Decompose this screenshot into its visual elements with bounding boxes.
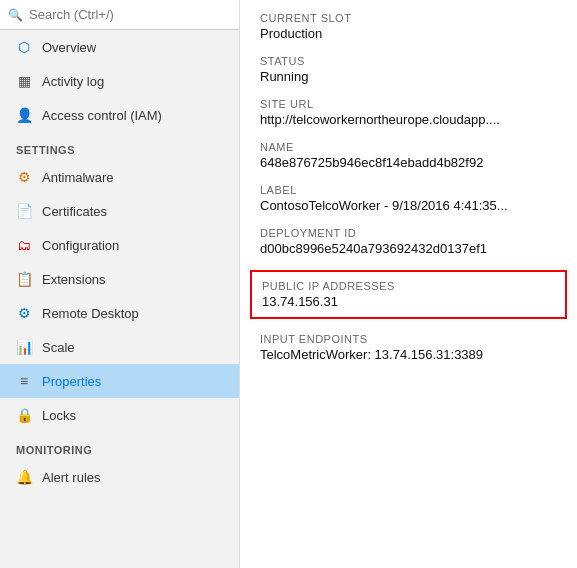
sidebar-item-overview[interactable]: ⬡Overview — [0, 30, 239, 64]
detail-value-site-url: http://telcoworkernortheurope.cloudapp..… — [260, 112, 557, 127]
sidebar-item-antimalware[interactable]: ⚙Antimalware — [0, 160, 239, 194]
detail-value-current-slot: Production — [260, 26, 557, 41]
sections-nav: SETTINGS⚙Antimalware📄Certificates🗂Config… — [0, 132, 239, 494]
detail-value-deployment-id: d00bc8996e5240a793692432d0137ef1 — [260, 241, 557, 256]
detail-value-name: 648e876725b946ec8f14ebadd4b82f92 — [260, 155, 557, 170]
sidebar-item-label-scale: Scale — [42, 340, 75, 355]
properties-icon: ≡ — [16, 373, 32, 389]
configuration-icon: 🗂 — [16, 237, 32, 253]
sidebar-item-extensions[interactable]: 📋Extensions — [0, 262, 239, 296]
sidebar-item-label-remote-desktop: Remote Desktop — [42, 306, 139, 321]
antimalware-icon: ⚙ — [16, 169, 32, 185]
detail-value-public-ip: 13.74.156.31 — [262, 294, 555, 309]
detail-label-site-url: SITE URL — [260, 98, 557, 110]
detail-label-label: LABEL — [260, 184, 557, 196]
detail-row-name: NAME648e876725b946ec8f14ebadd4b82f92 — [260, 141, 557, 170]
detail-value-status: Running — [260, 69, 557, 84]
sidebar-item-label-locks: Locks — [42, 408, 76, 423]
sidebar-item-label-activity-log: Activity log — [42, 74, 104, 89]
sidebar-item-remote-desktop[interactable]: ⚙Remote Desktop — [0, 296, 239, 330]
detail-value-label: ContosoTelcoWorker - 9/18/2016 4:41:35..… — [260, 198, 557, 213]
detail-row-public-ip: PUBLIC IP ADDRESSES13.74.156.31 — [250, 270, 567, 319]
detail-value-input-endpoints: TelcoMetricWorker: 13.74.156.31:3389 — [260, 347, 557, 362]
detail-label-input-endpoints: INPUT ENDPOINTS — [260, 333, 557, 345]
detail-label-public-ip: PUBLIC IP ADDRESSES — [262, 280, 555, 292]
extensions-icon: 📋 — [16, 271, 32, 287]
sidebar-item-label-access-control: Access control (IAM) — [42, 108, 162, 123]
overview-icon: ⬡ — [16, 39, 32, 55]
alert-rules-icon: 🔔 — [16, 469, 32, 485]
search-icon: 🔍 — [8, 8, 23, 22]
top-nav: ⬡Overview▦Activity log👤Access control (I… — [0, 30, 239, 132]
sidebar-item-label-antimalware: Antimalware — [42, 170, 114, 185]
detail-label-current-slot: CURRENT SLOT — [260, 12, 557, 24]
access-control-icon: 👤 — [16, 107, 32, 123]
sidebar-item-label-alert-rules: Alert rules — [42, 470, 101, 485]
remote-desktop-icon: ⚙ — [16, 305, 32, 321]
sidebar-item-label-configuration: Configuration — [42, 238, 119, 253]
sidebar-item-label-properties: Properties — [42, 374, 101, 389]
section-label-settings: SETTINGS — [0, 132, 239, 160]
section-label-monitoring: MONITORING — [0, 432, 239, 460]
certificates-icon: 📄 — [16, 203, 32, 219]
detail-row-current-slot: CURRENT SLOTProduction — [260, 12, 557, 41]
main-content: CURRENT SLOTProductionSTATUSRunningSITE … — [240, 0, 577, 568]
sidebar-item-scale[interactable]: 📊Scale — [0, 330, 239, 364]
detail-row-label: LABELContosoTelcoWorker - 9/18/2016 4:41… — [260, 184, 557, 213]
detail-row-deployment-id: DEPLOYMENT IDd00bc8996e5240a793692432d01… — [260, 227, 557, 256]
search-bar[interactable]: 🔍 — [0, 0, 239, 30]
detail-row-site-url: SITE URLhttp://telcoworkernortheurope.cl… — [260, 98, 557, 127]
sidebar-item-label-extensions: Extensions — [42, 272, 106, 287]
sidebar-item-certificates[interactable]: 📄Certificates — [0, 194, 239, 228]
sidebar-item-properties[interactable]: ≡Properties — [0, 364, 239, 398]
detail-label-status: STATUS — [260, 55, 557, 67]
sidebar-item-access-control[interactable]: 👤Access control (IAM) — [0, 98, 239, 132]
detail-row-input-endpoints: INPUT ENDPOINTSTelcoMetricWorker: 13.74.… — [260, 333, 557, 362]
sidebar-item-locks[interactable]: 🔒Locks — [0, 398, 239, 432]
locks-icon: 🔒 — [16, 407, 32, 423]
detail-label-name: NAME — [260, 141, 557, 153]
detail-fields: CURRENT SLOTProductionSTATUSRunningSITE … — [260, 12, 557, 376]
sidebar-item-label-overview: Overview — [42, 40, 96, 55]
sidebar: 🔍 ⬡Overview▦Activity log👤Access control … — [0, 0, 240, 568]
detail-row-status: STATUSRunning — [260, 55, 557, 84]
sidebar-item-alert-rules[interactable]: 🔔Alert rules — [0, 460, 239, 494]
sidebar-item-configuration[interactable]: 🗂Configuration — [0, 228, 239, 262]
scale-icon: 📊 — [16, 339, 32, 355]
sidebar-item-activity-log[interactable]: ▦Activity log — [0, 64, 239, 98]
search-input[interactable] — [29, 7, 231, 22]
activity-log-icon: ▦ — [16, 73, 32, 89]
detail-label-deployment-id: DEPLOYMENT ID — [260, 227, 557, 239]
sidebar-item-label-certificates: Certificates — [42, 204, 107, 219]
